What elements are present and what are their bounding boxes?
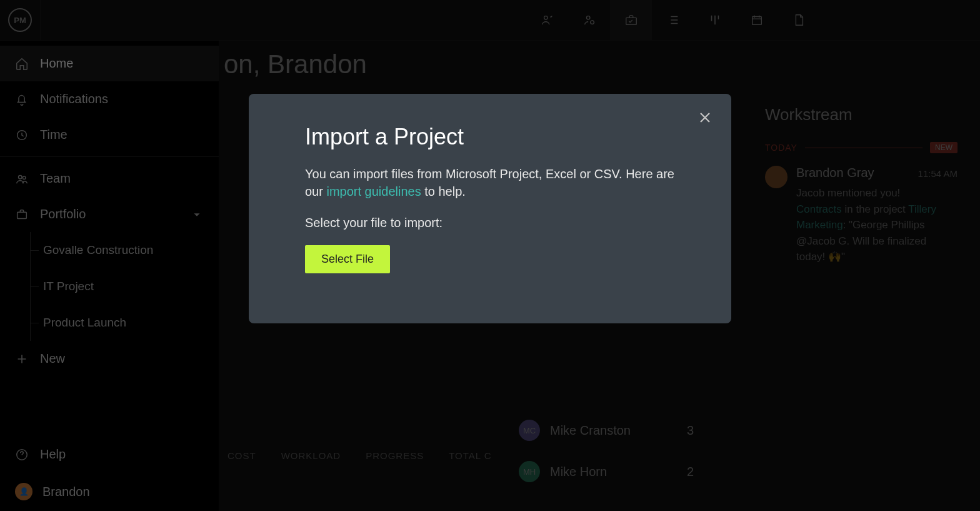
select-file-button[interactable]: Select File bbox=[305, 245, 390, 273]
import-guidelines-link[interactable]: import guidelines bbox=[326, 185, 421, 198]
modal-overlay: Import a Project You can import files fr… bbox=[0, 0, 980, 511]
import-project-modal: Import a Project You can import files fr… bbox=[249, 94, 731, 323]
modal-description: You can import files from Microsoft Proj… bbox=[305, 165, 675, 200]
modal-select-label: Select your file to import: bbox=[305, 214, 675, 231]
close-button[interactable] bbox=[696, 109, 714, 129]
close-icon bbox=[696, 109, 714, 126]
modal-title: Import a Project bbox=[305, 124, 675, 150]
